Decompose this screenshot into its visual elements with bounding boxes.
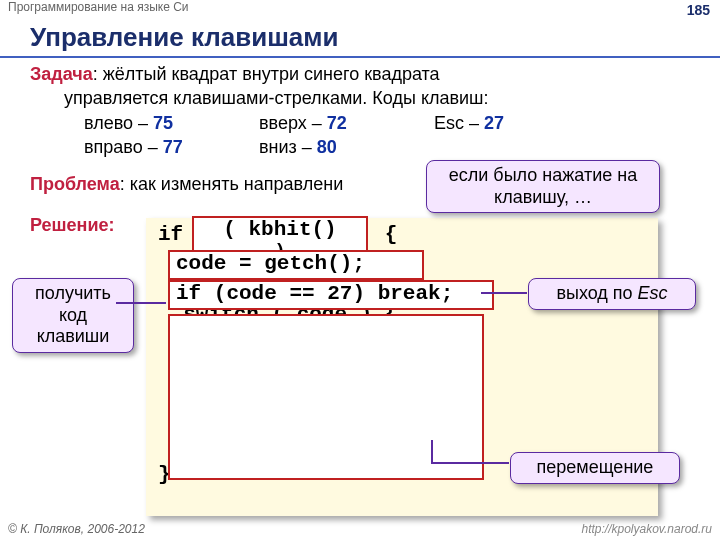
solution-heading: Решение: (30, 215, 115, 236)
problem-heading: Проблема (30, 174, 120, 194)
task-text-2: управляется клавишами-стрелками. Коды кл… (30, 86, 700, 110)
key-up-code: 72 (327, 113, 347, 133)
key-left-code: 75 (153, 113, 173, 133)
key-right-label: вправо – (84, 137, 158, 157)
callout-getkey: получить код клавиши (12, 278, 134, 353)
page-title: Управление клавишами (30, 22, 339, 53)
title-underline (0, 56, 720, 58)
footer: © К. Поляков, 2006-2012 http://kpolyakov… (8, 522, 712, 536)
page-number: 185 (687, 2, 710, 18)
key-left-label: влево – (84, 113, 148, 133)
key-esc-label: Esc – (434, 113, 479, 133)
problem-text: : как изменять направлени (120, 174, 344, 194)
connector (431, 462, 509, 464)
callout-move: перемещение (510, 452, 680, 484)
key-esc-code: 27 (484, 113, 504, 133)
problem-line: Проблема: как изменять направлени (30, 174, 343, 195)
footer-url: http://kpolyakov.narod.ru (581, 522, 712, 536)
switch-box (168, 314, 484, 480)
copyright: © К. Поляков, 2006-2012 (8, 522, 145, 536)
course-name: Программирование на языке Си (8, 0, 189, 14)
key-down-code: 80 (317, 137, 337, 157)
task-heading: Задача (30, 64, 93, 84)
break-box: if (code == 27) break; (168, 280, 494, 310)
connector (431, 440, 433, 464)
key-right-code: 77 (163, 137, 183, 157)
callout-esc: выход по Esc (528, 278, 696, 310)
header: Программирование на языке Си 185 (0, 0, 720, 20)
task-block: Задача: жёлтый квадрат внутри синего ква… (30, 62, 700, 159)
connector (481, 292, 527, 294)
connector (116, 302, 166, 304)
getch-box: code = getch(); (168, 250, 424, 280)
key-up-label: вверх – (259, 113, 322, 133)
task-text-1: : жёлтый квадрат внутри синего квадрата (93, 64, 440, 84)
callout-press: если было нажатие на клавишу, … (426, 160, 660, 213)
key-down-label: вниз – (259, 137, 312, 157)
